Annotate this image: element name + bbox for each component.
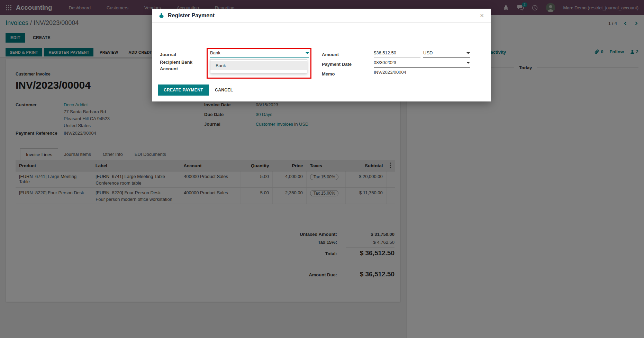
payment-date-field-label: Payment Date [322,61,352,68]
chevron-down-icon [466,52,470,54]
create-payment-button[interactable]: CREATE PAYMENT [158,84,209,96]
journal-option-bank[interactable]: Bank [210,61,307,70]
memo-field-label: Memo [322,71,335,77]
dialog-header: Register Payment × [152,9,491,23]
memo-input-value: INV/2023/00004 [374,70,406,75]
chevron-down-icon [466,62,470,64]
register-payment-dialog: Register Payment × Journal Bank Bank Rec… [152,9,491,101]
journal-select[interactable]: Bank [210,50,309,58]
close-icon[interactable]: × [480,12,484,19]
dialog-footer: CREATE PAYMENT CANCEL [152,78,491,101]
currency-select-value: USD [423,50,433,55]
chevron-down-icon [306,52,309,54]
journal-field-label: Journal [160,51,176,58]
journal-dropdown-menu: Bank [210,59,307,73]
amount-input[interactable]: $36,512.50 [374,50,420,58]
memo-input[interactable]: INV/2023/00004 [374,70,470,77]
payment-date-input[interactable]: 08/30/2023 [374,60,470,68]
journal-select-value: Bank [210,50,220,55]
cancel-button[interactable]: CANCEL [209,84,239,96]
amount-field-label: Amount [322,51,339,58]
currency-select[interactable]: USD [423,50,470,58]
dialog-body: Journal Bank Bank Recipient Bank Account… [152,23,491,78]
recipient-bank-account-label: Recipient Bank Account [160,59,205,72]
payment-date-value: 08/30/2023 [374,60,396,65]
dialog-title: Register Payment [168,12,215,19]
amount-input-value: $36,512.50 [374,50,396,55]
bug-icon [159,13,164,18]
